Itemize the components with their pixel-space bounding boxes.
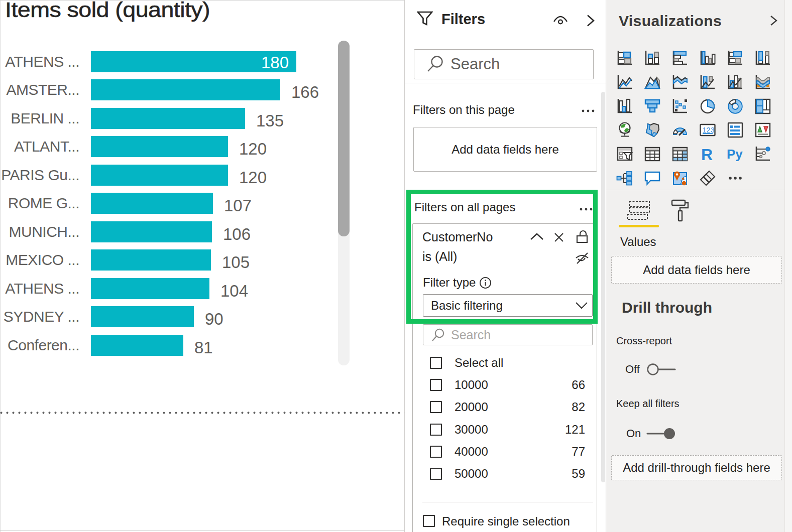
- svg-text:R: R: [701, 146, 713, 163]
- svg-text:123: 123: [703, 126, 715, 134]
- svg-text:Py: Py: [727, 147, 743, 162]
